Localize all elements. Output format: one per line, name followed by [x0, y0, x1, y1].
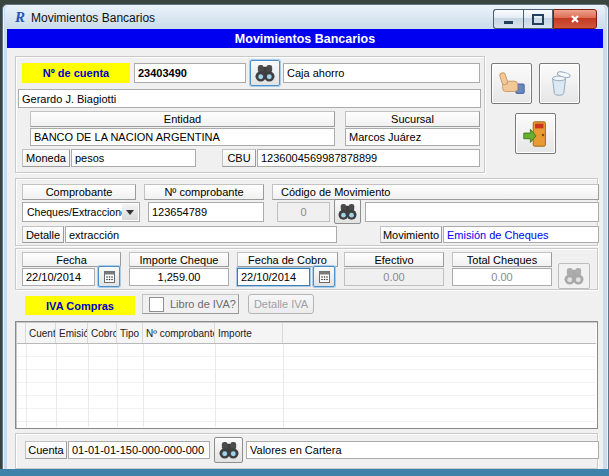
app-logo-icon: R — [15, 10, 25, 25]
binoculars-icon — [254, 64, 276, 83]
grid-gutter — [17, 323, 26, 343]
grid-col-cuenta[interactable]: Cuenta — [26, 323, 56, 343]
iva-grid[interactable]: Cuenta Emisión Cobro Tipo Nº comprobante… — [15, 321, 598, 429]
form-body: Nº de cuenta Entidad Sucursal Moneda CBU — [7, 48, 603, 469]
date-input[interactable] — [22, 268, 95, 286]
grid-col-tipo[interactable]: Tipo — [117, 323, 143, 343]
voucher-type-header[interactable]: Comprobante — [22, 184, 136, 200]
movement-label: Movimiento — [380, 226, 442, 243]
screen: R Movimientos Bancarios Movimientos Banc… — [0, 0, 609, 476]
binoculars-icon — [218, 441, 240, 460]
window-controls — [493, 9, 597, 29]
titlebar[interactable]: R Movimientos Bancarios — [5, 6, 605, 29]
account-number-label: Nº de cuenta — [22, 63, 130, 83]
trash-icon — [545, 69, 575, 99]
account-holder-input[interactable] — [18, 89, 481, 108]
iva-book-checkbox-group: Libro de IVA? — [142, 294, 239, 314]
checks-search-button[interactable] — [558, 263, 590, 289]
footer-account-label: Cuenta — [25, 441, 67, 459]
minimize-button[interactable] — [493, 9, 523, 29]
voucher-type-select[interactable]: Cheques/Extracciones — [22, 202, 140, 222]
maximize-icon — [532, 14, 544, 25]
account-number-input[interactable] — [134, 63, 246, 83]
exit-door-icon — [521, 119, 551, 149]
cash-header[interactable]: Efectivo — [344, 252, 444, 267]
window-title: Movimientos Bancarios — [31, 11, 155, 25]
maximize-button[interactable] — [523, 9, 553, 29]
account-type-input[interactable] — [283, 63, 480, 83]
grid-col-filler — [283, 323, 596, 343]
grid-col-comprobante[interactable]: Nº comprobante — [143, 323, 215, 343]
cbu-label: CBU — [222, 149, 256, 167]
desktop-strip — [0, 469, 609, 476]
footer-account-desc-input[interactable] — [246, 441, 599, 459]
movement-code-input[interactable] — [277, 202, 330, 222]
form-header-banner: Movimientos Bancarios — [7, 29, 603, 48]
calendar-icon — [104, 270, 115, 283]
total-checks-input[interactable] — [452, 268, 552, 286]
branch-header[interactable]: Sucursal — [345, 111, 480, 127]
iva-book-checkbox[interactable] — [149, 297, 164, 312]
date-picker-button[interactable] — [98, 266, 120, 287]
account-search-button[interactable] — [250, 60, 280, 86]
grid-col-importe[interactable]: Importe — [215, 323, 283, 343]
branch-input[interactable] — [345, 128, 480, 146]
exit-button[interactable] — [515, 113, 556, 154]
footer-account-code-input[interactable] — [68, 441, 210, 459]
voucher-type-value: Cheques/Extracciones — [27, 206, 132, 218]
check-amount-header[interactable]: Importe Cheque — [129, 252, 229, 267]
entity-header[interactable]: Entidad — [30, 111, 335, 127]
collection-date-picker-button[interactable] — [313, 266, 335, 287]
close-button[interactable] — [553, 9, 597, 29]
delete-button[interactable] — [539, 63, 580, 104]
movement-code-desc-input[interactable] — [365, 202, 599, 222]
entity-input[interactable] — [30, 128, 335, 146]
footer-account-search-button[interactable] — [214, 437, 243, 463]
close-icon — [570, 14, 580, 24]
check-amount-input[interactable] — [129, 268, 229, 286]
cbu-input[interactable] — [257, 149, 480, 167]
currency-label: Moneda — [22, 149, 70, 167]
collection-date-input[interactable] — [237, 268, 310, 286]
iva-book-checkbox-label: Libro de IVA? — [170, 298, 236, 310]
dropdown-arrow-icon — [122, 204, 138, 220]
grid-col-cobro[interactable]: Cobro — [88, 323, 117, 343]
grid-body[interactable] — [17, 344, 596, 427]
movement-input[interactable] — [443, 226, 599, 243]
binoculars-icon — [563, 267, 585, 286]
date-header[interactable]: Fecha — [22, 252, 121, 267]
voucher-number-header[interactable]: Nº comprobante — [144, 184, 264, 200]
detail-input[interactable] — [65, 226, 337, 243]
grid-header-row: Cuenta Emisión Cobro Tipo Nº comprobante… — [17, 323, 596, 344]
detail-label: Detalle — [22, 226, 64, 243]
voucher-number-input[interactable] — [148, 202, 264, 222]
currency-input[interactable] — [71, 149, 196, 167]
confirm-button[interactable] — [491, 63, 532, 104]
thumbs-up-icon — [497, 69, 527, 99]
iva-detail-button[interactable]: Detalle IVA — [248, 294, 314, 314]
collection-date-header[interactable]: Fecha de Cobro — [237, 252, 338, 267]
minimize-icon — [504, 21, 513, 24]
movement-code-header[interactable]: Código de Movimiento — [272, 184, 599, 200]
cash-input[interactable] — [344, 268, 444, 286]
movement-search-button[interactable] — [334, 199, 361, 224]
calendar-icon — [319, 270, 330, 283]
grid-col-emision[interactable]: Emisión — [56, 323, 88, 343]
total-checks-header[interactable]: Total Cheques — [452, 252, 552, 267]
binoculars-icon — [337, 203, 358, 221]
app-window: R Movimientos Bancarios Movimientos Banc… — [2, 4, 609, 471]
iva-section-label: IVA Compras — [25, 296, 135, 315]
